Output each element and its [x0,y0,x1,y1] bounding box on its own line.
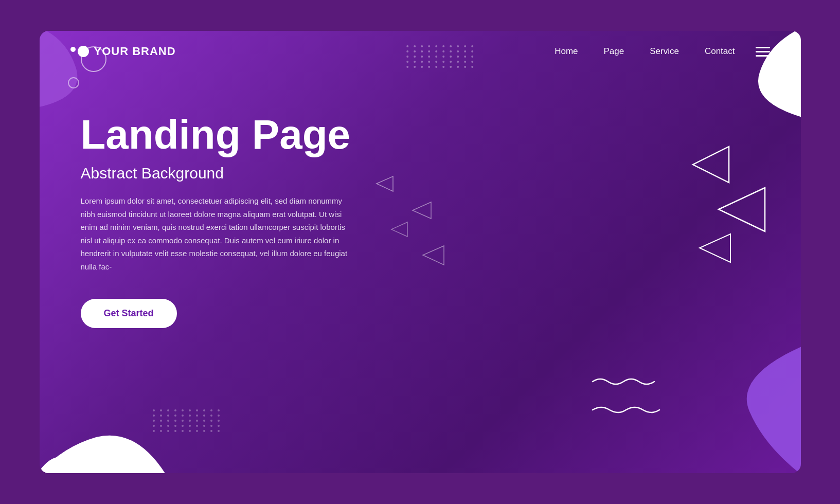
landing-page-card: // Will be rendered below YOUR BRAND Hom… [40,31,801,473]
hero-title: Landing Page [81,113,351,156]
triangle-center-1 [374,175,395,193]
brand-name: YOUR BRAND [94,45,176,58]
cta-button[interactable]: Get Started [81,299,177,328]
hamburger-line-3 [756,55,770,57]
hamburger-menu[interactable] [756,47,770,57]
main-content: Landing Page Abstract Background Lorem i… [81,113,351,328]
navbar: YOUR BRAND Home Page Service Contact [40,31,801,72]
svg-marker-0 [693,147,729,183]
triangle-large-mid-right [713,185,770,234]
svg-marker-3 [377,176,393,191]
blob-bottom-right [683,345,801,473]
hero-subtitle: Abstract Background [81,165,351,182]
brand-icon [70,46,89,57]
nav-link-page[interactable]: Page [604,46,624,57]
squiggle-bottom [590,404,662,417]
triangle-small-mid-right [695,231,734,265]
brand-logo: YOUR BRAND [70,45,176,58]
nav-link-service[interactable]: Service [650,46,679,57]
svg-marker-2 [700,234,730,262]
hamburger-line-2 [756,51,770,52]
brand-dot-large [78,46,89,57]
svg-marker-1 [719,188,765,231]
circle-decoration-small [68,77,79,88]
hero-description: Lorem ipsum dolor sit amet, consectetuer… [81,194,348,273]
nav-links: Home Page Service Contact [555,46,735,57]
svg-marker-5 [391,222,407,237]
nav-link-home[interactable]: Home [555,46,578,57]
triangle-center-4 [420,244,446,266]
nav-link-contact[interactable]: Contact [705,46,735,57]
triangle-center-2 [410,201,433,220]
triangle-large-top-right [688,144,734,185]
squiggle-top [590,375,657,388]
hamburger-line-1 [756,47,770,48]
svg-marker-4 [413,202,431,219]
blob-bottom-left [40,365,168,473]
brand-dot-small [70,47,76,52]
dot-pattern-bottom [153,409,222,432]
svg-marker-6 [423,246,444,265]
triangle-center-3 [389,221,409,238]
